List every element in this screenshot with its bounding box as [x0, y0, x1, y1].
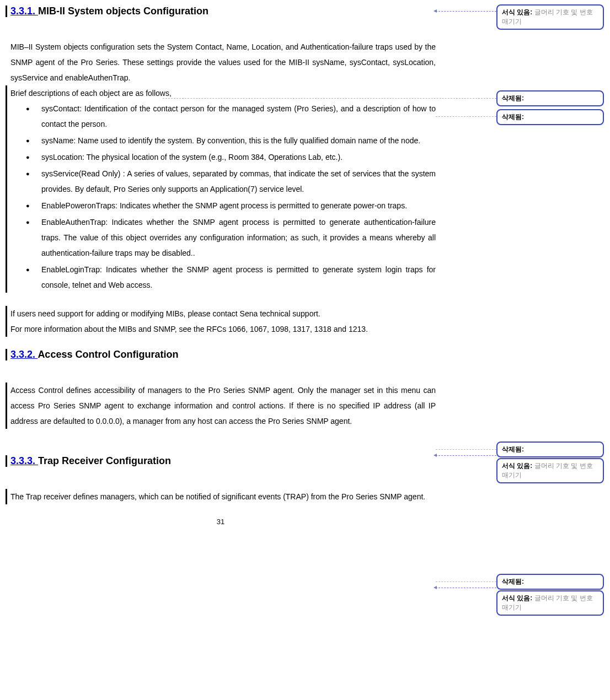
comment-label: 서식 있음:	[502, 462, 532, 470]
comment-box-format: 서식 있음: 글머리 기호 및 번호 매기기	[496, 458, 604, 483]
comment-label: 서식 있음:	[502, 594, 532, 602]
arrow-icon	[434, 9, 437, 13]
comment-box-format: 서식 있음: 글머리 기호 및 번호 매기기	[496, 4, 604, 30]
heading-number: 3.3.1.	[10, 6, 38, 17]
comment-label: 삭제됨:	[502, 113, 524, 121]
paragraph: The Trap receiver defines managers, whic…	[6, 489, 436, 504]
arrow-icon	[434, 586, 437, 589]
comment-box-deleted: 삭제됨:	[496, 441, 604, 457]
list-item: EnableAuthenTrap: Indicates whether the …	[31, 214, 436, 261]
section-heading-331: 3.3.1. MIB-II System objects Configurati…	[6, 6, 436, 17]
comment-box-deleted: 삭제됨:	[496, 574, 604, 590]
comment-label: 서식 있음:	[502, 8, 532, 16]
heading-title: MIB-II System objects Configuration	[38, 6, 208, 17]
paragraph: MIB–II System objects configuration sets…	[6, 39, 436, 85]
comment-box-deleted: 삭제됨:	[496, 109, 604, 125]
connector-line	[436, 449, 496, 450]
section-heading-332: 3.3.2. Access Control Configuration	[6, 349, 436, 360]
connector-line	[436, 455, 496, 456]
bullet-list: sysContact: Identification of the contac…	[10, 101, 436, 293]
heading-number: 3.3.3.	[10, 455, 38, 466]
page-number: 31	[6, 518, 436, 526]
heading-number: 3.3.2.	[10, 349, 38, 360]
comment-box-format: 서식 있음: 글머리 기호 및 번호 매기기	[496, 590, 604, 616]
list-item: sysName: Name used to identify the syste…	[31, 133, 436, 148]
list-item: EnableLoginTrap: Indicates whether the S…	[31, 262, 436, 293]
comment-label: 삭제됨:	[502, 578, 524, 585]
list-item: sysContact: Identification of the contac…	[31, 101, 436, 132]
list-item: EnablePoweronTraps: Indicates whether th…	[31, 198, 436, 213]
comment-label: 삭제됨:	[502, 94, 524, 102]
list-item: sysService(Read Only) : A series of valu…	[31, 166, 436, 197]
connector-line	[436, 588, 496, 588]
connector-line	[436, 116, 496, 117]
paragraph-support: If users need support for adding or modi…	[6, 306, 436, 321]
heading-title: Trap Receiver Configuration	[38, 455, 171, 466]
paragraph: Access Control defines accessibility of …	[6, 383, 436, 429]
section-heading-333: 3.3.3. Trap Receiver Configuration	[6, 455, 436, 467]
comment-label: 삭제됨:	[502, 445, 524, 453]
connector-line	[436, 581, 496, 582]
heading-title: Access Control Configuration	[38, 349, 178, 360]
connector-line	[436, 11, 496, 12]
list-item: sysLocation: The physical location of th…	[31, 149, 436, 165]
comment-box-deleted: 삭제됨:	[496, 90, 604, 106]
connector-line	[163, 98, 496, 99]
arrow-icon	[434, 454, 437, 457]
paragraph-moreinfo: For more information about the MIBs and …	[6, 321, 436, 337]
